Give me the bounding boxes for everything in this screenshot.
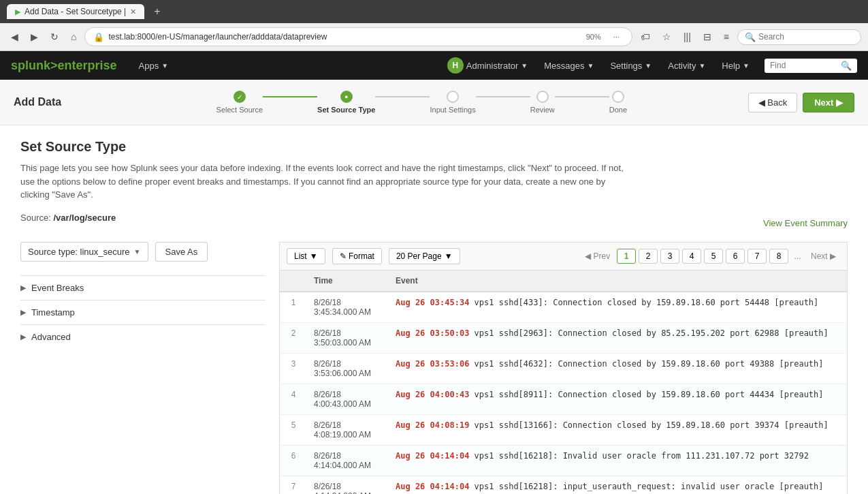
format-label: ✎ Format [340,251,374,261]
find-icon: 🔍 [841,61,852,71]
wizard-steps: ✓ Select Source ● Set Source Type Input … [123,91,721,114]
bookmark-button[interactable]: ☆ [658,29,675,44]
page-button-5[interactable]: 5 [704,249,723,264]
sourcetype-dropdown[interactable]: Source type: linux_secure ▼ [20,242,148,262]
row-num: 4 [280,384,307,414]
back-button[interactable]: ◀ [7,29,22,44]
prev-page-button[interactable]: ◀ Prev [581,249,614,263]
reader-button[interactable]: ⊟ [699,29,716,44]
chevron-advanced: ▶ [20,333,26,341]
view-event-summary-link[interactable]: View Event Summary [763,218,848,228]
main-content: Add Data ✓ Select Source ● Set Source Ty… [0,80,868,494]
accordion-header-event-breaks[interactable]: ▶ Event Breaks [20,276,266,300]
step-connector-1 [263,96,317,97]
page-button-4[interactable]: 4 [682,249,701,264]
nav-apps[interactable]: Apps ▼ [131,51,177,80]
format-button[interactable]: ✎ Format [332,248,382,264]
page-content: Set Source Type This page lets you see h… [0,125,868,494]
logo-prefix: splunk> [11,59,58,72]
event-cell: Aug 26 04:08:19 vps1 sshd[13166]: Connec… [389,414,847,445]
step-circle-3 [447,91,459,103]
wizard-header: Add Data ✓ Select Source ● Set Source Ty… [0,80,868,125]
nav-administrator[interactable]: H Administrator ▼ [439,51,536,80]
back-wizard-button[interactable]: ◀ Back [748,93,798,112]
step-review: Review [530,91,555,114]
find-input[interactable] [770,61,838,70]
events-table: Time Event 1 8/26/183:45:34.000 AM Aug 2… [280,271,847,495]
page-button-1[interactable]: 1 [617,249,636,264]
tab-favicon: ▶ [15,7,20,16]
url-input[interactable] [108,32,577,42]
library-button[interactable]: ||| [679,29,695,44]
list-button[interactable]: List ▼ [287,248,325,264]
browser-tab[interactable]: ▶ Add Data - Set Sourcetype | ✕ [7,4,144,19]
nav-messages[interactable]: Messages ▼ [536,51,602,80]
table-row: 7 8/26/184:14:04.000 AM Aug 26 04:14:04 … [280,476,847,494]
address-bar[interactable]: 🔒 90% ··· [84,27,632,46]
page-ellipsis: ... [791,251,804,261]
event-timestamp: Aug 26 03:53:06 [396,359,469,369]
accordion-header-advanced[interactable]: ▶ Advanced [20,325,266,349]
browser-search-input[interactable] [758,32,854,42]
page-button-7[interactable]: 7 [748,249,767,264]
step-circle-2: ● [340,91,353,103]
event-cell: Aug 26 03:50:03 vps1 sshd[2963]: Connect… [389,322,847,353]
step-circle-1: ✓ [234,91,246,103]
apps-caret: ▼ [161,62,168,70]
list-caret: ▼ [310,251,318,261]
table-toolbar: List ▼ ✎ Format 20 Per Page ▼ ◀ Prev 1 2 [280,243,847,271]
home-button[interactable]: ⌂ [67,29,80,44]
event-cell: Aug 26 03:53:06 vps1 sshd[4632]: Connect… [389,353,847,384]
step-select-source: ✓ Select Source [216,91,263,114]
source-path: Source: /var/log/secure [20,213,116,223]
page-button-6[interactable]: 6 [726,249,745,264]
new-tab-button[interactable]: + [150,4,164,19]
event-timestamp: Aug 26 04:14:04 [396,451,469,461]
step-circle-4 [536,91,549,103]
step-label-5: Done [609,106,627,114]
find-box[interactable]: 🔍 [765,59,857,73]
page-button-2[interactable]: 2 [639,249,658,264]
accordion-advanced: ▶ Advanced [20,324,266,349]
page-button-3[interactable]: 3 [660,249,679,264]
save-as-button[interactable]: Save As [155,242,208,262]
forward-button[interactable]: ▶ [27,29,42,44]
page-button-8[interactable]: 8 [769,249,788,264]
event-rest: vps1 sshd[4632]: Connection closed by 15… [469,359,823,369]
event-rest: vps1 sshd[16218]: input_userauth_request… [469,482,823,491]
step-circle-5 [612,91,624,103]
menu-button[interactable]: ≡ [720,29,733,44]
row-num: 2 [280,322,307,353]
step-label-3: Input Settings [430,106,475,114]
refresh-button[interactable]: ↻ [46,29,63,44]
splunk-navbar: splunk>enterprise Apps ▼ H Administrator… [0,51,868,80]
perpage-button[interactable]: 20 Per Page ▼ [389,248,460,264]
left-panel: Source type: linux_secure ▼ Save As ▶ Ev… [20,242,279,495]
accordion-header-timestamp[interactable]: ▶ Timestamp [20,300,266,324]
user-avatar: H [447,57,464,74]
sourcetype-row: Source type: linux_secure ▼ Save As [20,242,266,262]
event-timestamp: Aug 26 04:14:04 [396,482,469,491]
next-wizard-button[interactable]: Next ▶ [803,93,854,112]
browser-search-bar[interactable]: 🔍 [737,29,861,45]
pocket-button[interactable]: 🏷 [637,29,654,44]
time-cell: 8/26/184:08:19.000 AM [307,414,389,445]
more-button[interactable]: ··· [609,31,624,43]
time-cell: 8/26/183:45:34.000 AM [307,292,389,323]
nav-settings[interactable]: Settings ▼ [602,51,660,80]
nav-help[interactable]: Help ▼ [713,51,758,80]
browser-actions: 🏷 ☆ ||| ⊟ ≡ [637,29,733,44]
right-panel: List ▼ ✎ Format 20 Per Page ▼ ◀ Prev 1 2 [279,242,848,495]
event-timestamp: Aug 26 04:08:19 [396,420,469,430]
next-page-button[interactable]: Next ▶ [807,249,840,263]
row-num: 1 [280,292,307,323]
time-cell: 8/26/183:50:03.000 AM [307,322,389,353]
step-done: Done [609,91,627,114]
col-num [280,271,307,292]
accordion-label-advanced: Advanced [31,332,71,342]
time-cell: 8/26/183:53:06.000 AM [307,353,389,384]
nav-activity[interactable]: Activity ▼ [660,51,713,80]
step-label-1: Select Source [216,106,263,114]
step-label-4: Review [530,106,555,114]
tab-close-button[interactable]: ✕ [130,7,136,16]
